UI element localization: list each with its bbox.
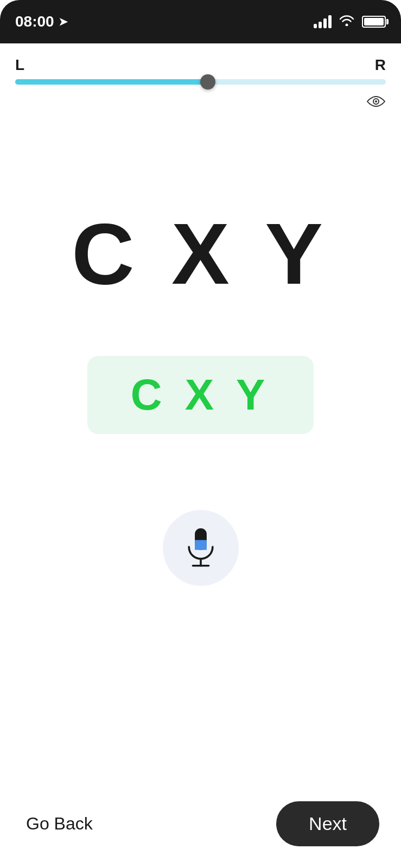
wifi-icon <box>339 14 354 29</box>
time-display: 08:00 <box>15 13 54 30</box>
go-back-button[interactable]: Go Back <box>22 807 97 840</box>
answer-letters: C X Y <box>131 370 271 420</box>
slider-fill <box>15 79 208 85</box>
status-right-icons <box>314 14 386 29</box>
balance-slider-section: L R <box>0 43 401 90</box>
slider-left-label: L <box>15 56 24 74</box>
slider-right-label: R <box>375 56 386 74</box>
eye-icon-container <box>0 90 401 108</box>
bottom-navigation: Go Back Next <box>0 788 401 868</box>
signal-icon <box>314 15 332 28</box>
slider-thumb[interactable] <box>200 74 215 90</box>
status-bar: 08:00 ➤ <box>0 0 401 43</box>
answer-box: C X Y <box>87 356 314 434</box>
status-time: 08:00 ➤ <box>15 13 68 30</box>
slider-labels: L R <box>15 56 386 74</box>
slider-track[interactable] <box>15 79 386 85</box>
next-button[interactable]: Next <box>276 801 379 846</box>
svg-rect-4 <box>195 544 207 550</box>
test-letters-display: C X Y <box>72 206 329 302</box>
eye-icon[interactable] <box>366 94 386 108</box>
main-content: C X Y C X Y <box>0 108 401 434</box>
mic-section <box>0 510 401 586</box>
svg-point-1 <box>375 100 377 103</box>
microphone-button[interactable] <box>163 510 239 586</box>
mic-icon <box>181 526 220 570</box>
location-arrow-icon: ➤ <box>59 15 68 28</box>
battery-icon <box>362 16 386 28</box>
